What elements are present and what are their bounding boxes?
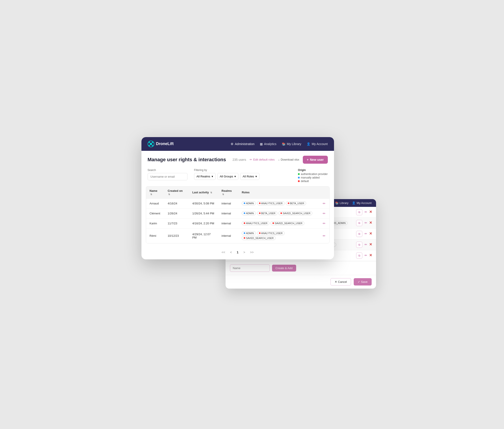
- edit-user-button[interactable]: ✏: [323, 222, 326, 225]
- delete-button[interactable]: ✕: [369, 242, 372, 247]
- cell-activity: 4/30/24, 5:08 PM: [189, 198, 218, 208]
- nav-analytics[interactable]: ▦ Analytics: [260, 142, 277, 146]
- delete-button[interactable]: ✕: [369, 221, 372, 225]
- col-created: Created on ⇅: [164, 187, 189, 199]
- search-group: Search: [148, 169, 187, 180]
- page-next-button[interactable]: >: [242, 250, 246, 255]
- save-button[interactable]: ✓ Save: [354, 278, 371, 286]
- col-actions: [319, 187, 329, 199]
- role-badge: SAVED_SEARCH_USER: [242, 236, 276, 240]
- x-icon: ✕: [335, 280, 337, 284]
- cell-roles: ADMIN ANALYTICS_USER SAVED_SEARCH_USER: [238, 228, 319, 243]
- name-input[interactable]: [230, 264, 270, 272]
- realms-filter[interactable]: All Realms ▾: [194, 173, 216, 180]
- nav-links: ⚙ Administration ▦ Analytics 📚 My Librar…: [231, 142, 328, 146]
- page-prev-button[interactable]: <: [229, 250, 233, 255]
- create-add-button[interactable]: Create & Add: [272, 265, 296, 272]
- cell-actions: ⧉ ✏ ✕: [353, 250, 376, 261]
- table-header-row: Name ⇅ Created on ⇅ Last activity ⇅ Re: [146, 187, 329, 199]
- svg-point-6: [148, 142, 150, 143]
- nav-library[interactable]: 📚 My Library: [282, 142, 301, 146]
- chevron-down-icon: ▾: [235, 175, 236, 178]
- nav-administration[interactable]: ⚙ Administration: [231, 142, 254, 146]
- chevron-down-icon: ▾: [255, 175, 257, 178]
- filter-bar: Search Filtering by All Realms ▾ All Gro…: [141, 167, 334, 186]
- edit-roles-button[interactable]: ✏ Edit default roles: [250, 158, 275, 161]
- page-current-button[interactable]: 1: [235, 250, 240, 255]
- copy-button[interactable]: ⧉: [356, 209, 362, 215]
- table-row: Arnaud 4/16/24 4/30/24, 5:08 PM internal…: [146, 198, 329, 208]
- cell-roles: ANALYTICS_USER SAVED_SEARCH_USER: [238, 218, 319, 228]
- page-first-button[interactable]: <<: [220, 250, 226, 255]
- page-last-button[interactable]: >>: [249, 250, 255, 255]
- table-head: Name ⇅ Created on ⇅ Last activity ⇅ Re: [146, 187, 329, 199]
- role-badge: BETA_USER: [286, 201, 306, 205]
- role-dot: [244, 212, 245, 214]
- origin-manual: manually added: [298, 176, 328, 179]
- chart-icon: ▦: [260, 142, 263, 146]
- table-row: Karim 11/7/23 4/16/24, 2:20 PM internal …: [146, 218, 329, 228]
- account-icon: 👤: [307, 142, 310, 146]
- role-dot: [288, 202, 289, 204]
- role-badge: ADMIN: [242, 201, 256, 205]
- blue-dot: [298, 177, 300, 179]
- role-badge: ANALYTICS_USER: [257, 201, 285, 205]
- role-badge: BETA_USER: [257, 211, 278, 215]
- edit-user-button[interactable]: ✏: [323, 212, 326, 215]
- search-input[interactable]: [148, 173, 187, 180]
- logo-text: DroneLift: [156, 142, 174, 146]
- col-activity: Last activity ⇅: [189, 187, 218, 199]
- edit-button[interactable]: ✏: [365, 232, 367, 235]
- gear-icon: ⚙: [231, 142, 234, 146]
- roles-filter[interactable]: All Roles ▾: [240, 173, 259, 180]
- delete-button[interactable]: ✕: [369, 232, 372, 236]
- scene: 📚 Library 👤 My Account content-publisher…: [141, 137, 363, 292]
- download-xlsx-button[interactable]: ↓ Download xlsx: [278, 158, 299, 161]
- nav-my-account[interactable]: 👤 My Account: [307, 142, 328, 146]
- edit-button[interactable]: ✏: [365, 210, 367, 214]
- edit-button[interactable]: ✏: [365, 221, 367, 224]
- user-circle-icon: 👤: [352, 201, 356, 205]
- cell-name: Karim: [146, 218, 164, 228]
- sort-icon-created[interactable]: ⇅: [168, 193, 170, 196]
- col-realms: Realms ⇅: [218, 187, 238, 199]
- role-badge: SAVED_SEARCH_USER: [270, 221, 304, 225]
- delete-button[interactable]: ✕: [369, 210, 372, 214]
- cell-activity: 1/26/24, 5:44 PM: [189, 208, 218, 218]
- copy-button[interactable]: ⧉: [356, 242, 362, 248]
- edit-button[interactable]: ✏: [365, 243, 367, 246]
- edit-user-button[interactable]: ✏: [323, 234, 326, 238]
- cell-roles: ADMIN BETA_USER SAVED_SEARCH_USER: [238, 208, 319, 218]
- copy-button[interactable]: ⧉: [356, 231, 362, 237]
- origin-default: default: [298, 180, 328, 183]
- cell-edit: ✏: [319, 228, 329, 243]
- edit-user-button[interactable]: ✏: [323, 202, 326, 206]
- green-dot: [298, 173, 300, 175]
- groups-filter[interactable]: All Groups ▾: [217, 173, 239, 180]
- download-icon: ↓: [278, 158, 280, 161]
- back-nav-library[interactable]: 📚 Library: [335, 201, 349, 205]
- sort-icon-name[interactable]: ⇅: [150, 193, 152, 196]
- svg-point-8: [148, 145, 150, 146]
- copy-button[interactable]: ⧉: [356, 220, 362, 226]
- cancel-button[interactable]: ✕ Cancel: [330, 278, 351, 286]
- role-dot: [259, 212, 261, 214]
- copy-button[interactable]: ⧉: [356, 252, 362, 259]
- cell-realms: internal: [218, 208, 238, 218]
- sort-icon-realms[interactable]: ⇅: [222, 193, 224, 196]
- check-icon: ✓: [358, 280, 360, 284]
- new-user-button[interactable]: + New user: [303, 156, 328, 164]
- book-icon: 📚: [282, 142, 286, 146]
- back-nav-account[interactable]: 👤 My Account: [352, 201, 371, 205]
- page-title: Manage user rights & interactions: [148, 157, 226, 162]
- col-roles: Roles: [238, 187, 319, 199]
- cell-created: 10/12/23: [164, 228, 189, 243]
- cell-name: Clément: [146, 208, 164, 218]
- role-dot: [259, 232, 261, 234]
- delete-button[interactable]: ✕: [369, 253, 372, 257]
- dronelift-logo-icon: [148, 141, 154, 147]
- sort-icon-activity[interactable]: ⇅: [210, 191, 212, 194]
- table-row: Clément 1/26/24 1/26/24, 5:44 PM interna…: [146, 208, 329, 218]
- table-body: Arnaud 4/16/24 4/30/24, 5:08 PM internal…: [146, 198, 329, 243]
- edit-button[interactable]: ✏: [365, 254, 367, 257]
